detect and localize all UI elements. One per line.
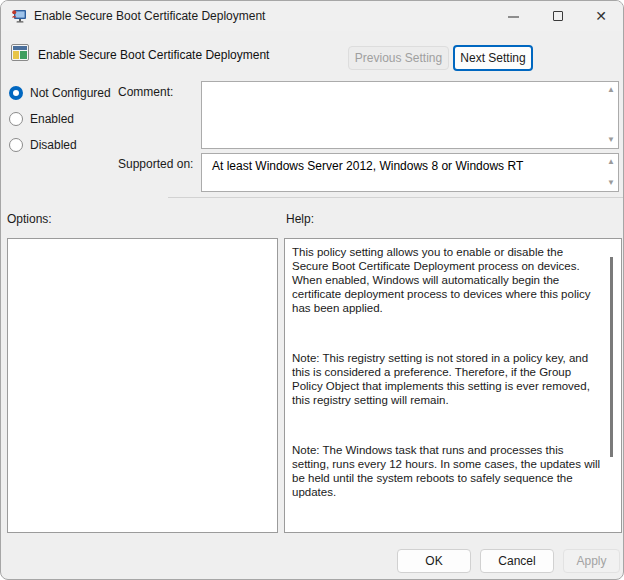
help-label: Help: xyxy=(286,212,314,226)
apply-button[interactable]: Apply xyxy=(563,549,620,573)
comment-textarea[interactable]: ▲ ▼ xyxy=(201,81,619,149)
help-paragraph: This policy setting allows you to enable… xyxy=(292,245,602,315)
radio-not-configured-label: Not Configured xyxy=(30,86,111,100)
comment-label: Comment: xyxy=(118,85,173,99)
minimize-icon xyxy=(508,16,519,18)
policy-setting-icon xyxy=(11,44,29,61)
help-panel[interactable]: This policy setting allows you to enable… xyxy=(284,238,622,533)
group-policy-app-icon xyxy=(11,8,27,24)
minimize-button[interactable] xyxy=(493,1,533,31)
supported-on-value: At least Windows Server 2012, Windows 8 … xyxy=(212,159,523,173)
radio-enabled-control[interactable] xyxy=(9,112,23,126)
section-divider xyxy=(168,197,624,198)
cancel-button[interactable]: Cancel xyxy=(480,549,554,573)
help-text: This policy setting allows you to enable… xyxy=(285,239,621,532)
radio-enabled[interactable]: Enabled xyxy=(9,111,74,127)
maximize-icon xyxy=(553,11,563,21)
scroll-up-icon[interactable]: ▲ xyxy=(607,86,615,94)
radio-disabled-control[interactable] xyxy=(9,138,23,152)
help-paragraph: Note: The Windows task that runs and pro… xyxy=(292,443,602,499)
help-scrollbar-thumb[interactable] xyxy=(610,257,613,457)
radio-not-configured[interactable]: Not Configured xyxy=(9,85,111,101)
previous-setting-button[interactable]: Previous Setting xyxy=(348,46,449,70)
supported-on-textarea[interactable]: At least Windows Server 2012, Windows 8 … xyxy=(201,153,619,192)
options-panel xyxy=(7,238,278,533)
close-icon: ✕ xyxy=(595,9,607,23)
help-paragraph: Note: This registry setting is not store… xyxy=(292,351,602,407)
radio-disabled[interactable]: Disabled xyxy=(9,137,77,153)
options-label: Options: xyxy=(7,212,52,226)
scroll-down-icon[interactable]: ▼ xyxy=(607,179,615,187)
close-button[interactable]: ✕ xyxy=(581,1,621,31)
radio-not-configured-control[interactable] xyxy=(9,86,23,100)
policy-setting-dialog: Enable Secure Boot Certificate Deploymen… xyxy=(0,0,624,580)
scroll-down-icon[interactable]: ▼ xyxy=(607,136,615,144)
supported-on-label: Supported on: xyxy=(118,157,193,171)
next-setting-button[interactable]: Next Setting xyxy=(453,45,533,71)
ok-button[interactable]: OK xyxy=(397,549,471,573)
window-title: Enable Secure Boot Certificate Deploymen… xyxy=(34,9,265,23)
title-bar: Enable Secure Boot Certificate Deploymen… xyxy=(1,1,623,31)
radio-disabled-label: Disabled xyxy=(30,138,77,152)
setting-name: Enable Secure Boot Certificate Deploymen… xyxy=(38,48,269,62)
scroll-up-icon[interactable]: ▲ xyxy=(607,158,615,166)
radio-enabled-label: Enabled xyxy=(30,112,74,126)
maximize-button[interactable] xyxy=(538,1,578,31)
